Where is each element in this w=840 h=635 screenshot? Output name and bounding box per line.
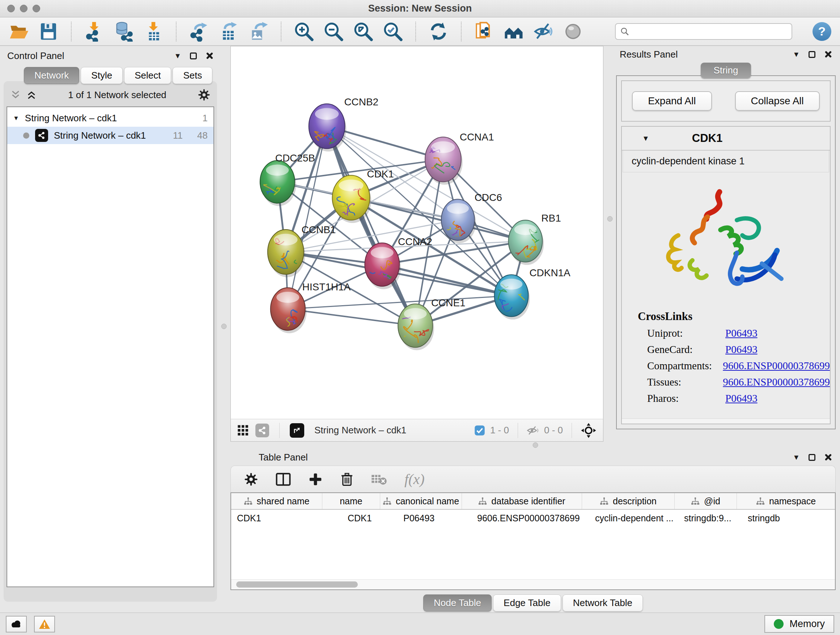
float-panel-icon[interactable] xyxy=(190,52,197,59)
column-header-shared-name[interactable]: shared name xyxy=(231,493,322,509)
collection-expand-icon[interactable]: ▼ xyxy=(13,115,19,121)
table-panel: Table Panel ▼ f(x) xyxy=(231,449,840,613)
network-edge[interactable] xyxy=(288,309,415,326)
application-window: Session: New Session ? xyxy=(0,0,840,635)
new-network-from-selection-button[interactable] xyxy=(474,21,494,42)
close-table-icon[interactable] xyxy=(824,453,832,461)
network-options-gear-icon[interactable] xyxy=(197,88,210,101)
memory-button[interactable]: Memory xyxy=(764,615,834,633)
tab-select[interactable]: Select xyxy=(124,67,171,84)
open-session-button[interactable] xyxy=(9,21,29,42)
first-neighbors-button[interactable] xyxy=(504,21,524,42)
results-scrollbar[interactable] xyxy=(622,418,830,424)
cell-shared-name[interactable]: CDK1 xyxy=(231,513,322,524)
tab-network-table[interactable]: Network Table xyxy=(562,594,643,611)
network-row[interactable]: String Network – cdk1 11 48 xyxy=(7,127,213,144)
export-table-button[interactable] xyxy=(218,21,239,42)
zoom-fit-button[interactable] xyxy=(353,21,373,42)
search-input[interactable] xyxy=(615,23,792,40)
pan-crosshair-icon[interactable] xyxy=(581,423,597,439)
show-columns-icon[interactable] xyxy=(276,472,291,486)
toolbar-separator xyxy=(415,22,416,41)
grid-view-icon[interactable] xyxy=(237,424,249,436)
column-header-name[interactable]: name xyxy=(322,493,380,509)
cell-description[interactable]: cyclin-dependent ... xyxy=(582,513,675,524)
horizontal-splitter[interactable] xyxy=(231,442,840,449)
genecard-link[interactable]: P06493 xyxy=(725,344,758,356)
results-panel-title: Results Panel xyxy=(620,49,677,60)
collection-label: String Network – cdk1 xyxy=(25,112,117,124)
cell-namespace[interactable]: stringdb xyxy=(737,513,835,524)
import-table-button[interactable] xyxy=(143,21,164,42)
export-image-button[interactable] xyxy=(248,21,268,42)
float-results-icon[interactable] xyxy=(808,51,815,58)
tissues-link[interactable]: 9606.ENSP00000378699 xyxy=(723,376,830,388)
table-horizontal-scrollbar[interactable] xyxy=(231,579,835,589)
save-session-button[interactable] xyxy=(38,21,58,42)
column-header-namespace[interactable]: namespace xyxy=(737,493,835,509)
float-table-icon[interactable] xyxy=(808,454,815,461)
import-network-from-database-button[interactable] xyxy=(114,21,134,42)
cell-database-identifier[interactable]: 9606.ENSP00000378699 xyxy=(462,513,582,524)
tab-edge-table[interactable]: Edge Table xyxy=(493,594,561,611)
collapse-all-button[interactable]: Collapse All xyxy=(735,91,820,111)
close-panel-icon[interactable] xyxy=(205,52,213,60)
tab-string[interactable]: String xyxy=(701,63,752,78)
cloud-status-button[interactable] xyxy=(6,616,27,632)
column-header-description[interactable]: description xyxy=(582,493,675,509)
column-header-canonical-name[interactable]: canonical name xyxy=(380,493,462,509)
selected-checkbox-icon[interactable] xyxy=(474,425,485,436)
compartments-link[interactable]: 9606.ENSP00000378699 xyxy=(723,360,830,372)
tab-node-table[interactable]: Node Table xyxy=(423,594,492,611)
cell-canonical-name[interactable]: P06493 xyxy=(380,513,462,524)
tab-style[interactable]: Style xyxy=(81,67,123,84)
expand-all-icon[interactable] xyxy=(26,89,37,100)
network-share-view-icon[interactable] xyxy=(256,424,269,437)
network-edge[interactable] xyxy=(327,126,415,326)
show-graphics-details-button[interactable] xyxy=(563,21,583,42)
tab-network[interactable]: Network xyxy=(24,67,79,84)
column-header-id[interactable]: @id xyxy=(675,493,737,509)
hide-selected-button[interactable] xyxy=(533,21,554,42)
zoom-selected-button[interactable] xyxy=(383,21,403,42)
delete-table-icon[interactable] xyxy=(371,473,387,486)
function-builder-button[interactable]: f(x) xyxy=(404,470,425,488)
pharos-link[interactable]: P06493 xyxy=(725,393,758,404)
import-network-button[interactable] xyxy=(84,21,104,42)
zoom-out-button[interactable] xyxy=(324,21,344,42)
memory-status-dot xyxy=(774,619,783,629)
help-button[interactable]: ? xyxy=(813,22,831,41)
network-node-label: CCNB1 xyxy=(302,224,336,235)
network-collection-row[interactable]: ▼ String Network – cdk1 1 xyxy=(7,109,213,127)
tab-sets[interactable]: Sets xyxy=(172,67,212,84)
collapse-all-icon[interactable] xyxy=(10,89,21,100)
add-column-icon[interactable] xyxy=(308,472,323,486)
collapse-panel-icon[interactable]: ▼ xyxy=(174,52,181,59)
warnings-button[interactable] xyxy=(34,616,55,632)
expand-all-button[interactable]: Expand All xyxy=(632,91,712,111)
network-canvas[interactable]: CCNB2CCNA1CDC25BCDK1CDC6RB1CCNB1CCNA2CDK… xyxy=(231,46,603,419)
search-icon xyxy=(620,27,630,36)
zoom-in-button[interactable] xyxy=(294,21,314,42)
table-row[interactable]: CDK1 CDK1 P06493 9606.ENSP00000378699 cy… xyxy=(231,510,835,526)
cell-name[interactable]: CDK1 xyxy=(322,513,380,524)
delete-column-icon[interactable] xyxy=(340,472,354,486)
close-results-icon[interactable] xyxy=(824,50,832,58)
collapse-table-icon[interactable]: ▼ xyxy=(793,454,800,461)
gene-description: cyclin-dependent kinase 1 xyxy=(622,150,829,172)
scrollbar-thumb[interactable] xyxy=(236,581,358,587)
collapse-results-icon[interactable]: ▼ xyxy=(793,51,800,58)
gene-section-header[interactable]: ▼ CDK1 xyxy=(622,127,830,150)
detach-view-icon[interactable] xyxy=(290,423,304,438)
uniprot-link[interactable]: P06493 xyxy=(725,327,758,339)
gene-expand-icon[interactable]: ▼ xyxy=(642,135,649,142)
table-type-tabs: Node Table Edge Table Network Table xyxy=(231,590,836,613)
export-network-button[interactable] xyxy=(189,21,209,42)
refresh-layout-button[interactable] xyxy=(428,21,448,42)
table-gear-icon[interactable] xyxy=(244,472,258,486)
left-splitter[interactable] xyxy=(217,46,231,613)
right-splitter[interactable] xyxy=(603,46,616,442)
column-header-database-identifier[interactable]: database identifier xyxy=(462,493,582,509)
crosslink-label: Pharos: xyxy=(647,393,725,404)
cell-id[interactable]: stringdb:9... xyxy=(675,513,737,524)
